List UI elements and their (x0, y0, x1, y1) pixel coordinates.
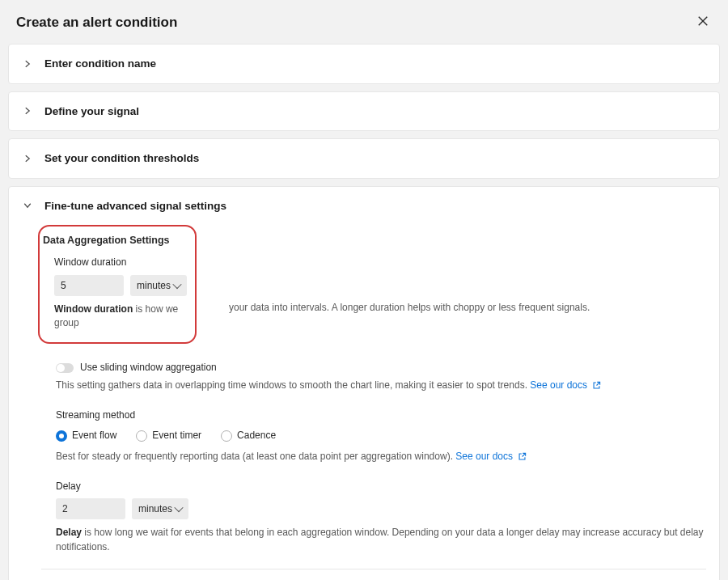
section-header-finetune[interactable]: Fine-tune advanced signal settings (9, 187, 719, 226)
streaming-radio-label: Event timer (152, 429, 201, 442)
chevron-right-icon (22, 58, 33, 70)
highlight-annotation: Data Aggregation Settings Window duratio… (38, 225, 197, 343)
data-aggregation-heading: Data Aggregation Settings (40, 233, 187, 248)
svg-line-2 (597, 382, 600, 385)
streaming-method-field: Streaming method Event flow Event timer … (56, 409, 706, 464)
external-link-icon (518, 452, 527, 461)
window-duration-help-outside: your data into intervals. A longer durat… (229, 302, 706, 315)
streaming-radio-event-timer[interactable]: Event timer (136, 429, 201, 442)
radio-icon (221, 430, 232, 442)
sliding-docs-link[interactable]: See our docs (530, 379, 601, 391)
streaming-radio-label: Cadence (237, 429, 276, 442)
svg-line-3 (523, 453, 526, 456)
window-duration-help-bold: Window duration (54, 303, 133, 315)
streaming-docs-link[interactable]: See our docs (455, 451, 527, 462)
close-button[interactable] (694, 11, 712, 34)
close-icon (697, 15, 709, 30)
window-duration-label: Window duration (54, 256, 187, 269)
section-title: Define your signal (44, 104, 139, 120)
section-enter-condition-name: Enter condition name (8, 44, 720, 84)
sliding-window-help: This setting gathers data in overlapping… (56, 379, 527, 391)
chevron-right-icon (22, 153, 33, 164)
window-duration-field: Window duration minutes Window duration … (40, 256, 187, 330)
delay-help-bold: Delay (56, 527, 82, 538)
streaming-radio-cadence[interactable]: Cadence (221, 429, 276, 442)
delay-field: Delay minutes Delay is how long we wait … (56, 480, 706, 554)
delay-unit-select[interactable]: minutes (132, 498, 188, 519)
streaming-radio-label: Event flow (72, 429, 116, 442)
streaming-method-radiogroup: Event flow Event timer Cadence (56, 429, 706, 442)
window-duration-unit-select[interactable]: minutes (130, 275, 187, 296)
section-header-enter-condition-name[interactable]: Enter condition name (9, 44, 719, 83)
streaming-method-label: Streaming method (56, 409, 706, 422)
sliding-window-toggle[interactable] (56, 363, 74, 373)
section-header-thresholds[interactable]: Set your condition thresholds (9, 139, 719, 178)
streaming-method-help: Best for steady or frequently reporting … (56, 451, 453, 462)
streaming-radio-event-flow[interactable]: Event flow (56, 429, 116, 442)
section-title: Set your condition thresholds (44, 150, 199, 167)
section-finetune-advanced: Fine-tune advanced signal settings Data … (8, 186, 720, 580)
section-thresholds: Set your condition thresholds (8, 138, 720, 179)
radio-icon (136, 430, 147, 442)
delay-unit-label: minutes (138, 503, 172, 514)
delay-input[interactable] (56, 498, 125, 519)
sliding-window-label: Use sliding window aggregation (80, 361, 217, 375)
window-duration-unit-label: minutes (137, 280, 171, 291)
section-title: Fine-tune advanced signal settings (44, 198, 226, 214)
chevron-down-icon (22, 200, 33, 211)
section-define-signal: Define your signal (8, 91, 720, 132)
window-duration-input[interactable] (54, 275, 124, 296)
external-link-icon (592, 381, 601, 390)
chevron-right-icon (22, 105, 33, 116)
dialog-title: Create an alert condition (16, 13, 177, 33)
section-body-finetune: Data Aggregation Settings Window duratio… (9, 225, 719, 580)
section-header-define-signal[interactable]: Define your signal (9, 92, 719, 131)
delay-help-rest: is how long we wait for events that belo… (56, 527, 704, 552)
divider (41, 569, 706, 569)
section-title: Enter condition name (44, 56, 156, 72)
radio-icon (56, 430, 67, 442)
delay-label: Delay (56, 480, 706, 493)
dialog-header: Create an alert condition (8, 0, 720, 44)
